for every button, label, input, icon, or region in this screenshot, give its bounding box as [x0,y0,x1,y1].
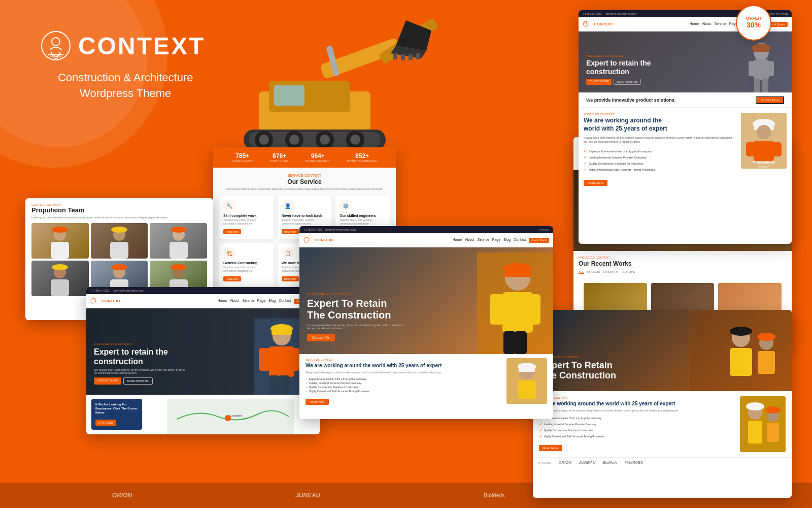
br-about-btn[interactable]: Read More [539,445,562,451]
br-logo-2: JUNEAU [579,460,596,465]
service-heading: Our Service [219,178,390,185]
filter-isotope[interactable]: ISOTOPE [622,270,635,274]
innovative-btn-1[interactable]: Contact More [756,96,784,104]
svg-rect-27 [749,61,756,76]
big-hero-btn[interactable]: Contact Us [307,334,335,341]
svg-point-20 [320,135,330,145]
hiring-btn[interactable]: APPLY NOW [95,420,116,426]
map-svg: Location [146,399,315,434]
filter-column[interactable]: COLUMN [587,270,600,274]
hiring-box: If We Are Looking For Employees, Click T… [91,399,142,430]
check-list-1: Expertise & Innovation from a truly glob… [584,148,737,173]
service-icon-1: 👤 [282,200,294,212]
service-title-3: General Contracting [223,261,269,265]
social-3: f t in g+ [539,228,549,231]
hero-btn1-1[interactable]: CONTACT MORE [586,79,612,85]
br-check-0: ✓Expertise & Innovation from a truly glo… [539,415,735,421]
nav-service-2[interactable]: Service [242,299,254,304]
filter-all[interactable]: ALL [579,270,584,274]
hero-btn2-2[interactable]: MORE ABOUT US [123,377,153,385]
hero-btn1-2[interactable]: CONTACT MORE [94,377,121,385]
svg-point-47 [111,227,127,233]
filter-tabs: ALL COLUMN MASONRY ISOTOPE [579,270,787,274]
hero-worker-2 [254,319,304,395]
nav-home-2[interactable]: Home [217,299,227,304]
svg-point-22 [350,135,360,145]
svg-rect-52 [51,279,69,296]
read-more-3[interactable]: Read More [223,276,241,281]
hero-subtitle-2: We always work with experts, all the wor… [94,368,185,374]
offer-badge: OFFER 30% [736,5,771,41]
service-card-3: 🏗️ General Contracting Together more dol… [219,243,274,286]
check-3-2: ✓Quality Construction Solutions for Indu… [306,385,502,389]
nav-service-1[interactable]: Service [714,22,726,27]
svg-rect-98 [758,351,775,374]
nav-page-3[interactable]: Page [492,238,500,243]
topbar-phone-2: +1 (800) 7582 [90,289,110,292]
recent-label: PROJECTS CONTEXT [579,256,787,259]
nav-about-1[interactable]: About [702,22,711,27]
nav-cta-3[interactable]: Get It Build [529,238,549,243]
nav-home-3[interactable]: Home [452,238,462,243]
about-in-hero-card: ABOUT US CONTEXT We are working around t… [299,354,553,409]
svg-rect-65 [288,348,299,371]
big-hero-text: WELCOME YOU CONTEXT Expert To Retain The… [307,292,409,341]
br-logo-4: MAXROBO [625,461,644,464]
big-hero-title: Expert To Retain The Construction [307,298,409,321]
topbar-info-3: +1 (800) 7582 demo@yourname.com [303,228,356,231]
mini-nav-brand-1: CONTEXT [594,22,613,26]
br-logo-1: ORION [558,460,571,465]
team-figure-2 [163,226,194,259]
nav-contact-3[interactable]: Contact [514,238,526,243]
big-hero-welcome: WELCOME YOU CONTEXT [307,292,409,296]
big-hero-worker [477,252,553,354]
service-desc: Lorem ipsum dolor sit amet, consectetur … [219,187,390,190]
nav-about-3[interactable]: About [465,238,474,243]
svg-rect-82 [504,272,531,277]
service-icon-2: ⚙️ [340,200,352,212]
nav-page-2[interactable]: Page [257,299,265,304]
nav-blog-2[interactable]: Blog [268,299,276,304]
about-btn-1[interactable]: About More [584,180,607,186]
svg-point-103 [746,402,764,410]
card-bottom-right: WELCOME YOU CONTEXT Expert To Retain The… [533,310,792,498]
br-hero-workers [690,310,792,391]
svg-text:Professional: Professional [753,161,774,164]
br-worker-svg [740,396,786,452]
team-title: Propulsion Team [31,206,207,214]
innovative-bar-1: We provide innovative product solutions.… [579,92,792,108]
read-more-1[interactable]: Read More [282,229,299,234]
service-title-2: Our skilled engineers [340,214,386,217]
service-icon-3: 🏗️ [223,247,235,259]
nav-service-3[interactable]: Service [477,238,489,243]
svg-point-18 [289,135,299,145]
br-logos-bar: ⊙ OIRON ORION JUNEAU BioMeds MAXROBO [533,457,792,467]
nav-about-2[interactable]: About [230,299,239,304]
about-btn-3[interactable]: Read More [306,399,329,405]
worker-photo-1: Professional advisor [741,113,787,169]
svg-rect-69 [272,331,292,335]
hero-section-2: WELCOME YOU CONTEXT Expert to retain the… [86,308,320,395]
svg-rect-32 [753,49,769,52]
hero-title-1: Expert to retain the construction [586,59,651,76]
map-placeholder: Location [146,399,315,434]
read-more-0[interactable]: Read More [223,229,241,234]
check-item-3: Quality Construction Solutions for Indus… [584,161,737,167]
team-photo-3 [31,261,89,296]
hero-btn2-1[interactable]: MORE ABOUT US [614,79,641,85]
filter-masonry[interactable]: MASONRY [603,270,619,274]
big-hero-subtitle: Lorem ipsum dolor sit amet, consectetur … [307,324,409,330]
mini-hero-text-1: WELCOME YOU CONTEXT Expert to retain the… [586,54,651,85]
stat-2: 964+ RUNNING PROJECT [306,152,330,163]
nav-contact-2[interactable]: Contact [279,299,291,304]
topbar-email-2: demo@yourname.com [114,289,145,292]
read-more-4[interactable]: Read More [282,276,299,281]
br-check-list: ✓Expertise & Innovation from a truly glo… [539,415,735,439]
svg-point-56 [111,264,127,270]
nav-blog-3[interactable]: Blog [503,238,511,243]
nav-home-1[interactable]: Home [689,22,699,27]
svg-rect-49 [170,242,188,259]
service-card-0: 🔧 Skill complete work Together more dolo… [219,196,274,239]
svg-point-1 [52,38,60,46]
br-about-label: ABOUT US CONTEXT [539,396,735,399]
